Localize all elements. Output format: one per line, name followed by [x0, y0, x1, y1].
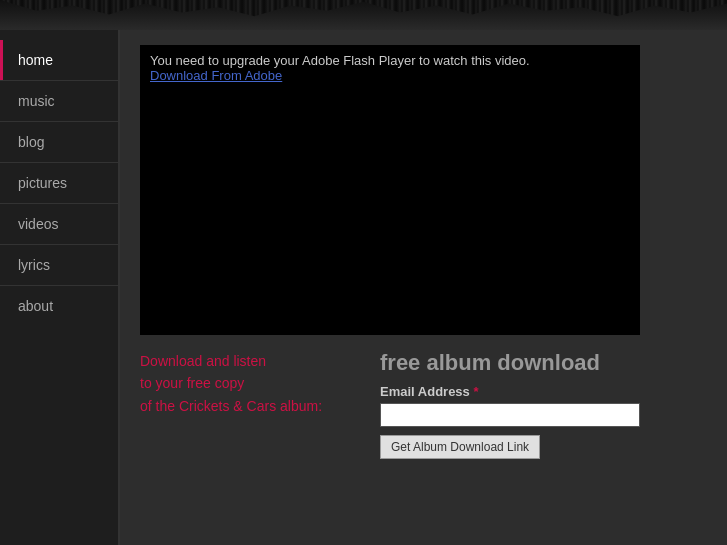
email-label: Email Address *: [380, 384, 707, 399]
sidebar-item-label: blog: [18, 134, 44, 150]
get-album-button[interactable]: Get Album Download Link: [380, 435, 540, 459]
sidebar-item-videos[interactable]: videos: [0, 204, 118, 244]
sidebar-item-label: home: [18, 52, 53, 68]
download-description: Download and listen to your free copy of…: [140, 350, 360, 459]
sidebar-item-pictures[interactable]: pictures: [0, 163, 118, 203]
flash-notice-text: You need to upgrade your Adobe Flash Pla…: [150, 53, 530, 68]
required-indicator: *: [473, 384, 478, 399]
flash-download-link[interactable]: Download From Adobe: [150, 68, 282, 83]
bottom-section: Download and listen to your free copy of…: [140, 350, 707, 459]
main-layout: home music blog pictures videos lyrics a…: [0, 30, 727, 545]
download-text-line1: Download and listen: [140, 350, 360, 372]
sidebar-item-home[interactable]: home: [0, 40, 118, 80]
download-text-line3: of the Crickets & Cars album:: [140, 395, 360, 417]
top-grunge-border: [0, 0, 727, 30]
flash-notice: You need to upgrade your Adobe Flash Pla…: [140, 45, 640, 91]
sidebar-item-music[interactable]: music: [0, 81, 118, 121]
sidebar-item-label: pictures: [18, 175, 67, 191]
video-container: You need to upgrade your Adobe Flash Pla…: [140, 45, 640, 335]
album-download-form: free album download Email Address * Get …: [380, 350, 707, 459]
sidebar-item-lyrics[interactable]: lyrics: [0, 245, 118, 285]
email-input[interactable]: [380, 403, 640, 427]
sidebar-item-blog[interactable]: blog: [0, 122, 118, 162]
sidebar: home music blog pictures videos lyrics a…: [0, 30, 120, 545]
sidebar-item-label: music: [18, 93, 55, 109]
sidebar-item-about[interactable]: about: [0, 286, 118, 326]
download-text-line2: to your free copy: [140, 372, 360, 394]
main-content: You need to upgrade your Adobe Flash Pla…: [120, 30, 727, 545]
album-download-title: free album download: [380, 350, 707, 376]
sidebar-item-label: about: [18, 298, 53, 314]
sidebar-item-label: lyrics: [18, 257, 50, 273]
sidebar-item-label: videos: [18, 216, 58, 232]
